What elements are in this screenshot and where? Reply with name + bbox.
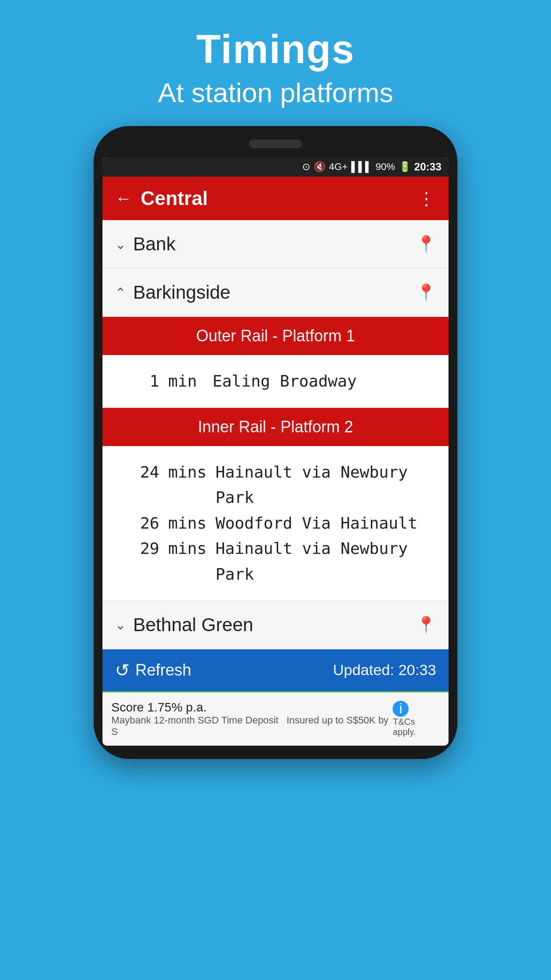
location-icon-bank: 📍 bbox=[416, 235, 436, 253]
app-bar: ← Central ⋮ bbox=[102, 177, 449, 220]
app-title: Central bbox=[141, 187, 417, 209]
station-row-barkingside[interactable]: ⌃ Barkingside 📍 bbox=[102, 269, 449, 317]
timing-mins-2: 26 bbox=[115, 510, 159, 536]
timing-entry-woodford: 26 mins Woodford Via Hainault bbox=[115, 510, 436, 536]
timing-unit-3: mins bbox=[168, 536, 207, 561]
page-subtitle: At station platforms bbox=[158, 77, 394, 108]
ad-info: i T&Cs apply. bbox=[393, 701, 440, 737]
chevron-up-icon: ⌃ bbox=[115, 285, 126, 300]
timing-unit-1: mins bbox=[168, 459, 207, 485]
timing-row-inner: 24 mins Hainault via Newbury Park 26 min… bbox=[102, 446, 449, 601]
timing-mins-1: 24 bbox=[115, 459, 159, 485]
updated-text: Updated: 20:33 bbox=[333, 661, 436, 679]
refresh-label: Refresh bbox=[135, 661, 191, 680]
timing-mins-3: 29 bbox=[115, 536, 159, 561]
bottom-bar: ↺ Refresh Updated: 20:33 bbox=[102, 649, 449, 691]
ad-main-text: Score 1.75% p.a. bbox=[111, 700, 393, 715]
platform-label-inner: Inner Rail - Platform 2 bbox=[198, 418, 353, 436]
timing-dest-1: Hainault via Newbury Park bbox=[216, 459, 436, 510]
location-icon-bethnal: 📍 bbox=[416, 616, 436, 634]
battery-pct: 90% bbox=[376, 161, 395, 173]
timing-unit-ealing: min bbox=[168, 368, 204, 394]
timing-entry-ealing: 1 min Ealing Broadway bbox=[115, 368, 436, 394]
status-icons: ⊙ 🔇 4G+ ▌▌▌ 90% 🔋 20:33 bbox=[302, 161, 441, 173]
phone-device: ⊙ 🔇 4G+ ▌▌▌ 90% 🔋 20:33 ← Central ⋮ ⌄ Ba… bbox=[94, 126, 457, 759]
more-button[interactable]: ⋮ bbox=[417, 188, 436, 209]
platform-header-outer: Outer Rail - Platform 1 bbox=[102, 317, 449, 355]
station-row-bethnal[interactable]: ⌄ Bethnal Green 📍 bbox=[102, 601, 449, 649]
status-bar: ⊙ 🔇 4G+ ▌▌▌ 90% 🔋 20:33 bbox=[102, 157, 449, 177]
mute-icon: 🔇 bbox=[314, 161, 326, 173]
station-name-bank: Bank bbox=[133, 233, 176, 255]
timing-row-ealing: 1 min Ealing Broadway bbox=[102, 355, 449, 408]
ad-terms: T&Cs apply. bbox=[393, 717, 440, 737]
platform-header-inner: Inner Rail - Platform 2 bbox=[102, 408, 449, 446]
back-button[interactable]: ← bbox=[115, 189, 132, 208]
signal-icon: ▌▌▌ bbox=[351, 161, 372, 173]
status-time: 20:33 bbox=[414, 161, 441, 173]
timing-entry-hainault1: 24 mins Hainault via Newbury Park bbox=[115, 459, 436, 510]
page-header: Timings At station platforms bbox=[149, 0, 402, 126]
page-title: Timings bbox=[158, 27, 394, 72]
refresh-button[interactable]: ↺ Refresh bbox=[115, 660, 191, 680]
info-icon: i bbox=[393, 701, 409, 717]
ad-sub-text: Maybank 12-month SGD Time Deposit Insure… bbox=[111, 715, 393, 738]
ad-bar: Score 1.75% p.a. Maybank 12-month SGD Ti… bbox=[102, 691, 449, 746]
station-row-bank[interactable]: ⌄ Bank 📍 bbox=[102, 220, 449, 269]
chevron-down-icon-bethnal: ⌄ bbox=[115, 617, 126, 632]
timing-dest-ealing: Ealing Broadway bbox=[213, 368, 436, 394]
location-icon-barkingside: 📍 bbox=[416, 283, 436, 302]
battery-icon: 🔋 bbox=[399, 161, 411, 173]
station-name-barkingside: Barkingside bbox=[133, 282, 230, 303]
phone-screen: ⊙ 🔇 4G+ ▌▌▌ 90% 🔋 20:33 ← Central ⋮ ⌄ Ba… bbox=[102, 157, 449, 746]
timing-unit-2: mins bbox=[168, 510, 207, 536]
network-icon: 4G+ bbox=[329, 161, 348, 173]
phone-notch bbox=[249, 139, 302, 148]
station-name-bethnal: Bethnal Green bbox=[133, 614, 253, 636]
station-left-barkingside: ⌃ Barkingside bbox=[115, 282, 230, 303]
timing-entry-hainault2: 29 mins Hainault via Newbury Park bbox=[115, 536, 436, 587]
chevron-down-icon: ⌄ bbox=[115, 237, 126, 252]
station-left-bethnal: ⌄ Bethnal Green bbox=[115, 614, 253, 636]
refresh-icon: ↺ bbox=[115, 660, 130, 680]
platform-label-outer: Outer Rail - Platform 1 bbox=[196, 327, 355, 345]
ad-content: Score 1.75% p.a. Maybank 12-month SGD Ti… bbox=[111, 700, 393, 738]
station-left-bank: ⌄ Bank bbox=[115, 233, 176, 255]
timing-mins-ealing: 1 bbox=[115, 368, 159, 394]
timing-dest-2: Woodford Via Hainault bbox=[216, 510, 436, 536]
timing-dest-3: Hainault via Newbury Park bbox=[216, 536, 436, 587]
alarm-icon: ⊙ bbox=[302, 161, 310, 173]
